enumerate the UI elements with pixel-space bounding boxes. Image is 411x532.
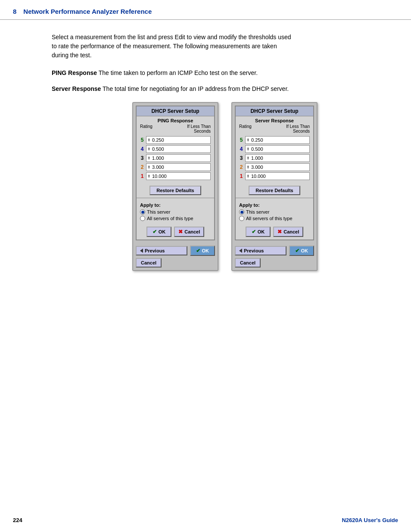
server-row-2: 2 ⬆ 3.000 bbox=[239, 163, 310, 171]
ping-row-4: 4 ⬆ 0.500 bbox=[140, 145, 211, 153]
page-number: 224 bbox=[13, 517, 22, 523]
ping-previous-label: Previous bbox=[145, 248, 165, 253]
ping-wizard-cancel-button[interactable]: Cancel bbox=[136, 258, 162, 268]
server-radio-all-servers[interactable]: All servers of this type bbox=[239, 216, 310, 221]
ping-row-2: 2 ⬆ 3.000 bbox=[140, 163, 211, 171]
server-ok-button[interactable]: ✔ OK bbox=[246, 227, 271, 237]
ping-spinner-icon-1: ⬆ bbox=[147, 174, 151, 178]
ping-wizard-nav-bottom: Cancel bbox=[136, 258, 215, 268]
ping-row-5: 5 ⬆ 0.250 bbox=[140, 136, 211, 144]
ping-wizard-ok-button[interactable]: ✔ OK bbox=[190, 246, 215, 256]
server-ok-checkmark: ✔ bbox=[252, 229, 256, 235]
server-cancel-crossmark: ✖ bbox=[277, 229, 282, 235]
server-dialog-subtitle: Server Response bbox=[236, 116, 313, 123]
server-rating-4: 4 bbox=[239, 146, 243, 152]
ping-row-1: 1 ⬆ 10.000 bbox=[140, 172, 211, 180]
ping-previous-button[interactable]: Previous bbox=[136, 246, 187, 255]
server-spinner-icon-2: ⬆ bbox=[246, 165, 250, 169]
ping-previous-icon bbox=[140, 249, 143, 253]
ping-dialog-subtitle: PING Response bbox=[137, 116, 214, 123]
ping-rating-3: 3 bbox=[140, 155, 144, 161]
server-wizard-nav: Previous ✔ OK Cancel bbox=[232, 243, 317, 270]
server-restore-container: Restore Defaults bbox=[236, 186, 313, 195]
ping-spinner-icon-4: ⬆ bbox=[147, 147, 151, 151]
ping-apply-label: Apply to: bbox=[140, 202, 211, 208]
server-value-4: 0.500 bbox=[251, 146, 263, 152]
server-value-1: 10.000 bbox=[251, 174, 266, 179]
server-previous-button[interactable]: Previous bbox=[235, 246, 286, 255]
ping-dialog-buttons: ✔ OK ✖ Cancel bbox=[137, 224, 214, 240]
server-radio-this-server-circle bbox=[239, 209, 244, 215]
ping-response-title: PING Response bbox=[52, 69, 97, 76]
server-wizard-ok-button[interactable]: ✔ OK bbox=[289, 246, 314, 256]
server-spinner-2[interactable]: ⬆ 3.000 bbox=[245, 163, 310, 171]
ping-rating-1: 1 bbox=[140, 173, 144, 179]
ping-wizard-ok-checkmark: ✔ bbox=[196, 248, 200, 254]
server-wizard-nav-bottom: Cancel bbox=[235, 258, 314, 268]
ping-response-desc: The time taken to perform an ICMP Echo t… bbox=[99, 69, 258, 76]
server-rating-rows: 5 ⬆ 0.250 4 ⬆ 0.500 bbox=[236, 135, 313, 183]
server-spinner-icon-1: ⬆ bbox=[246, 174, 250, 178]
ping-rating-rows: 5 ⬆ 0.250 4 ⬆ 0.500 bbox=[137, 135, 214, 183]
page-container: 8 Network Performance Analyzer Reference… bbox=[0, 0, 411, 532]
ping-cancel-label: Cancel bbox=[184, 229, 200, 234]
server-divider bbox=[236, 198, 313, 198]
server-radio-this-server[interactable]: This server bbox=[239, 209, 310, 215]
server-wizard-ok-label: OK bbox=[301, 248, 308, 253]
ping-cancel-button[interactable]: ✖ Cancel bbox=[174, 227, 204, 237]
server-spinner-1[interactable]: ⬆ 10.000 bbox=[245, 172, 310, 180]
server-row-1: 1 ⬆ 10.000 bbox=[239, 172, 310, 180]
ping-ok-button[interactable]: ✔ OK bbox=[146, 227, 172, 237]
server-col-rating: Rating bbox=[239, 124, 252, 134]
ping-spinner-1[interactable]: ⬆ 10.000 bbox=[146, 172, 211, 180]
ping-spinner-5[interactable]: ⬆ 0.250 bbox=[146, 136, 211, 144]
server-wizard-cancel-button[interactable]: Cancel bbox=[235, 258, 261, 268]
ping-spinner-2[interactable]: ⬆ 3.000 bbox=[146, 163, 211, 171]
server-previous-label: Previous bbox=[244, 248, 264, 253]
ping-cancel-crossmark: ✖ bbox=[178, 229, 183, 235]
ping-dialog-title: DHCP Server Setup bbox=[137, 106, 214, 116]
server-rating-5: 5 bbox=[239, 137, 243, 143]
ping-col-seconds: If Less ThanSeconds bbox=[187, 124, 211, 134]
server-value-3: 1.000 bbox=[251, 156, 263, 161]
ping-spinner-3[interactable]: ⬆ 1.000 bbox=[146, 154, 211, 162]
server-apply-label: Apply to: bbox=[239, 202, 310, 208]
server-spinner-icon-3: ⬆ bbox=[246, 156, 250, 160]
chapter-number: 8 bbox=[13, 8, 16, 15]
ping-apply-section: Apply to: This server All servers of thi… bbox=[137, 200, 214, 224]
ping-response-term: PING Response The time taken to perform … bbox=[52, 68, 293, 78]
ping-restore-button[interactable]: Restore Defaults bbox=[149, 186, 201, 195]
page-header: 8 Network Performance Analyzer Reference bbox=[0, 0, 411, 20]
ping-value-2: 3.000 bbox=[152, 165, 164, 170]
server-dialog-buttons: ✔ OK ✖ Cancel bbox=[236, 224, 313, 240]
server-rating-1: 1 bbox=[239, 173, 243, 179]
ping-restore-container: Restore Defaults bbox=[137, 186, 214, 195]
ping-radio-this-server[interactable]: This server bbox=[140, 209, 211, 215]
ping-columns-header: Rating If Less ThanSeconds bbox=[137, 123, 214, 135]
ping-value-1: 10.000 bbox=[152, 174, 167, 179]
server-spinner-icon-4: ⬆ bbox=[246, 147, 250, 151]
ping-spinner-4[interactable]: ⬆ 0.500 bbox=[146, 145, 211, 153]
server-response-title: Server Response bbox=[52, 85, 101, 92]
server-restore-button[interactable]: Restore Defaults bbox=[249, 186, 300, 195]
page-footer: 224 N2620A User's Guide bbox=[0, 517, 411, 523]
server-spinner-5[interactable]: ⬆ 0.250 bbox=[245, 136, 310, 144]
ping-row-3: 3 ⬆ 1.000 bbox=[140, 154, 211, 162]
ping-radio-all-servers[interactable]: All servers of this type bbox=[140, 216, 211, 221]
server-row-5: 5 ⬆ 0.250 bbox=[239, 136, 310, 144]
server-spinner-3[interactable]: ⬆ 1.000 bbox=[245, 154, 310, 162]
ping-value-4: 0.500 bbox=[152, 146, 164, 152]
server-cancel-button[interactable]: ✖ Cancel bbox=[273, 227, 303, 237]
ping-rating-5: 5 bbox=[140, 137, 144, 143]
server-rating-2: 2 bbox=[239, 164, 243, 170]
ping-rating-4: 4 bbox=[140, 146, 144, 152]
server-spinner-4[interactable]: ⬆ 0.500 bbox=[245, 145, 310, 153]
server-dialog-box: DHCP Server Setup Server Response Rating… bbox=[235, 106, 314, 240]
server-previous-icon bbox=[239, 249, 242, 253]
server-columns-header: Rating If Less ThanSeconds bbox=[236, 123, 313, 135]
server-wizard-window: DHCP Server Setup Server Response Rating… bbox=[231, 102, 318, 271]
ping-dialog-box: DHCP Server Setup PING Response Rating I… bbox=[136, 106, 215, 240]
server-radio-all-servers-circle bbox=[239, 216, 244, 221]
ping-divider bbox=[137, 198, 214, 198]
ping-ok-checkmark: ✔ bbox=[153, 229, 157, 235]
